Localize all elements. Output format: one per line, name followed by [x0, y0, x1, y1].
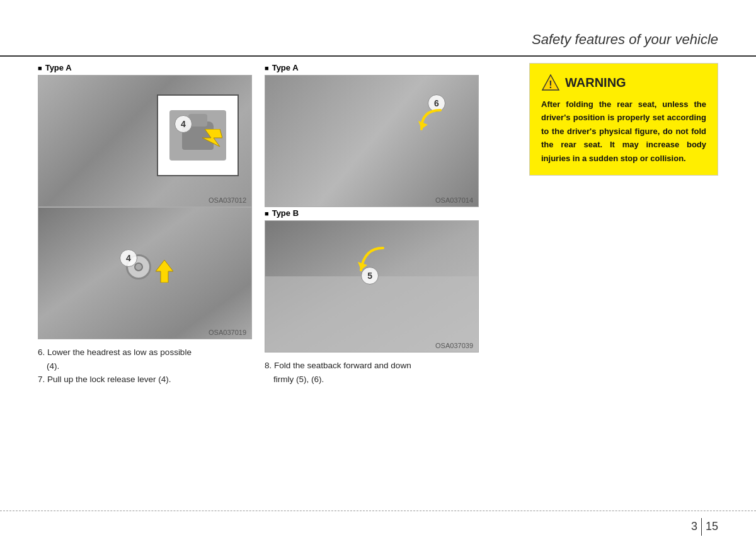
warning-body: After folding the rear seat, unless the …	[541, 98, 706, 165]
caption-mid-line1: 8. Fold the seatback forward and down	[265, 359, 479, 373]
page-footer: 3 15	[0, 511, 756, 542]
image-top-left: 4 OSA037012	[38, 75, 252, 207]
warning-title: ! WARNING	[541, 74, 706, 91]
svg-text:!: !	[549, 79, 552, 90]
left-column: Type A 4	[38, 63, 252, 387]
curved-arrow-top	[418, 107, 444, 132]
inset-image: 4	[157, 94, 239, 176]
page-header: Safety features of your vehicle	[0, 0, 756, 57]
page-separator	[701, 518, 702, 536]
type-label-mid-bottom: Type B	[265, 208, 479, 218]
image-bottom-left: 4 OSA037019	[38, 207, 252, 339]
caption-line1b: (4).	[38, 359, 252, 373]
warning-box: ! WARNING After folding the rear seat, u…	[529, 63, 718, 176]
image-code-top-mid: OSA037014	[435, 196, 473, 204]
curved-arrow-bottom	[355, 245, 386, 276]
right-column: ! WARNING After folding the rear seat, u…	[529, 63, 718, 176]
image-code-bottom-left: OSA037019	[209, 329, 246, 336]
badge-4-bottom: 4	[120, 249, 137, 267]
badge-4-top: 4	[175, 115, 192, 133]
arrow-top-left	[202, 129, 222, 147]
svg-marker-0	[202, 129, 222, 147]
type-label-mid-top: Type A	[265, 63, 479, 72]
svg-marker-1	[156, 260, 173, 283]
page-number: 3 15	[691, 518, 718, 536]
image-bottom-mid: 5 OSA037039	[265, 220, 479, 353]
page-title: Safety features of your vehicle	[532, 31, 718, 48]
arrow-bottom-left	[156, 260, 173, 283]
warning-triangle-icon: !	[541, 74, 560, 91]
image-code-bottom-mid: OSA037039	[435, 342, 473, 349]
mid-column: Type A 6 OSA037014 Type B	[265, 63, 479, 386]
main-content: Type A 4	[38, 63, 718, 504]
caption-mid-line2: firmly (5), (6).	[265, 373, 479, 387]
type-label-left-top: Type A	[38, 63, 252, 72]
caption-mid: 8. Fold the seatback forward and down fi…	[265, 359, 479, 386]
page-num: 15	[706, 520, 718, 533]
caption-line2: 7. Pull up the lock release lever (4).	[38, 373, 252, 387]
caption-left: 6. Lower the headrest as low as possible…	[38, 346, 252, 387]
page-chapter: 3	[691, 520, 697, 533]
image-code-top-left: OSA037012	[209, 196, 246, 204]
image-top-mid: 6 OSA037014	[265, 75, 479, 207]
inset-inner: 4	[169, 110, 226, 161]
caption-line1: 6. Lower the headrest as low as possible	[38, 346, 252, 359]
